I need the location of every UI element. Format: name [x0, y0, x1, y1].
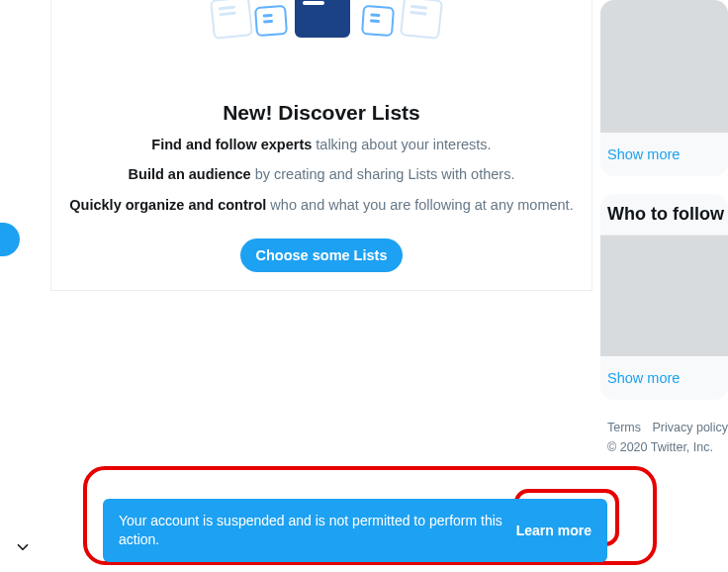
- chevron-down-icon[interactable]: [14, 538, 32, 556]
- footer-terms-link[interactable]: Terms: [607, 421, 641, 434]
- lists-illustration: [63, 0, 580, 61]
- promo-line-3: Quickly organize and control who and wha…: [63, 195, 580, 215]
- suspended-toast: Your account is suspended and is not per…: [103, 499, 607, 562]
- choose-lists-button[interactable]: Choose some Lists: [240, 238, 404, 272]
- promo-line-2-rest: by creating and sharing Lists with other…: [251, 166, 515, 182]
- illus-card-icon: [254, 5, 288, 37]
- promo-line-2-bold: Build an audience: [129, 166, 251, 182]
- illus-card-icon: [400, 0, 443, 40]
- sidebar-footer: Terms Privacy policy C © 2020 Twitter, I…: [600, 418, 728, 457]
- toast-message: Your account is suspended and is not per…: [119, 512, 504, 549]
- show-more-link[interactable]: Show more: [600, 133, 728, 176]
- promo-line-1: Find and follow experts talking about yo…: [63, 135, 580, 154]
- image-placeholder: [600, 0, 728, 133]
- who-to-follow-title: Who to follow: [600, 194, 728, 236]
- promo-line-1-bold: Find and follow experts: [151, 137, 312, 152]
- discover-lists-promo: New! Discover Lists Find and follow expe…: [50, 0, 592, 291]
- footer-privacy-link[interactable]: Privacy policy: [653, 421, 728, 434]
- right-sidebar: Show more Who to follow Show more Terms …: [600, 0, 728, 457]
- trends-card: Show more: [600, 0, 728, 176]
- promo-line-2: Build an audience by creating and sharin…: [63, 164, 580, 184]
- illus-card-icon: [361, 5, 395, 37]
- promo-line-3-rest: who and what you are following at any mo…: [266, 197, 573, 213]
- illus-card-icon: [210, 0, 253, 40]
- compose-button[interactable]: [0, 223, 20, 256]
- who-to-follow-card: Who to follow Show more: [600, 194, 728, 400]
- image-placeholder: [600, 236, 728, 356]
- learn-more-button[interactable]: Learn more: [516, 523, 592, 538]
- promo-line-3-bold: Quickly organize and control: [69, 197, 266, 213]
- illus-card-icon: [295, 0, 350, 38]
- promo-title: New! Discover Lists: [63, 101, 580, 125]
- promo-line-1-rest: talking about your interests.: [312, 137, 491, 152]
- footer-copyright: © 2020 Twitter, Inc.: [607, 440, 713, 454]
- main-column: New! Discover Lists Find and follow expe…: [50, 0, 592, 291]
- show-more-link[interactable]: Show more: [600, 356, 728, 400]
